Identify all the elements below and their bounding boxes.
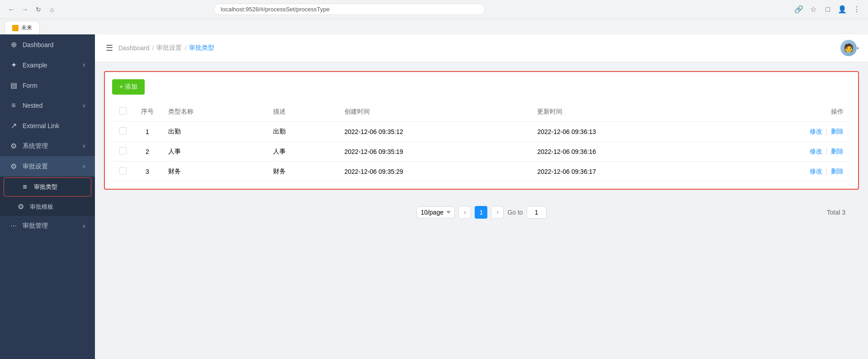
approval-settings-arrow: ∧ [82, 163, 86, 169]
pagination-wrapper: 10/page 20/page 50/page ‹ 1 › Go to Tota… [104, 190, 859, 235]
address-bar[interactable]: localhost:9528/#/processSet/processType [214, 4, 485, 15]
example-icon: ✦ [9, 61, 18, 69]
th-desc: 描述 [266, 102, 337, 122]
share-button[interactable]: 🔗 [793, 4, 805, 15]
row-desc-2: 财务 [266, 162, 337, 182]
prev-page-button[interactable]: ‹ [458, 206, 471, 219]
row-name-0: 出勤 [161, 122, 266, 142]
forward-button[interactable]: → [19, 4, 31, 15]
approval-type-icon: ≡ [20, 183, 29, 191]
sidebar-label-external-link: External Link [23, 122, 86, 129]
data-table: 序号 类型名称 描述 创建时间 更新时间 操作 1 出勤 出勤 2022-12-… [112, 102, 851, 182]
sidebar-item-example[interactable]: ✦ Example ∨ [0, 55, 95, 75]
row-actions-2: 修改 | 删除 [723, 162, 851, 182]
current-page-number[interactable]: 1 [475, 206, 487, 219]
avatar-dropdown-button[interactable]: ▾ [857, 46, 859, 51]
sidebar-label-dashboard: Dashboard [23, 41, 86, 48]
table-row: 2 人事 人事 2022-12-06 09:35:19 2022-12-06 0… [112, 142, 851, 162]
row-checkbox-2[interactable] [119, 167, 127, 174]
approval-mgmt-icon: ··· [9, 222, 18, 230]
main-content: ☰ Dashboard / 审批设置 / 审批类型 🧑 ▾ + 添加 [95, 34, 868, 359]
back-button[interactable]: ← [5, 4, 17, 15]
breadcrumb-sep-2: / [184, 44, 186, 52]
page-size-select[interactable]: 10/page 20/page 50/page [416, 206, 455, 218]
action-sep-0: | [826, 128, 827, 135]
page-header: ☰ Dashboard / 审批设置 / 审批类型 🧑 ▾ [95, 34, 868, 62]
sidebar-item-nested[interactable]: ≡ Nested ∨ [0, 96, 95, 115]
table-header-row: 序号 类型名称 描述 创建时间 更新时间 操作 [112, 102, 851, 122]
approval-mgmt-arrow: ∨ [82, 223, 86, 229]
sidebar-label-approval-settings: 审批设置 [23, 163, 78, 171]
bookmark-button[interactable]: ☆ [807, 4, 819, 15]
tab-bar: 未来 [0, 19, 868, 34]
sidebar-item-approval-template[interactable]: ⚙ 审批模板 [0, 197, 95, 216]
breadcrumb-current: 审批类型 [189, 44, 214, 52]
tab-title: 未来 [21, 24, 32, 32]
goto-label: Go to [507, 209, 523, 216]
approval-settings-icon: ⚙ [9, 162, 18, 171]
row-actions-0: 修改 | 删除 [723, 122, 851, 142]
profile-button[interactable]: 👤 [836, 4, 848, 15]
row-created-2: 2022-12-06 09:35:29 [337, 162, 530, 182]
menu-button[interactable]: ⋮ [851, 4, 863, 15]
sidebar-label-system-mgmt: 系统管理 [23, 142, 78, 150]
sidebar-item-system-mgmt[interactable]: ⚙ 系统管理 ∨ [0, 136, 95, 156]
reload-button[interactable]: ↻ [33, 4, 44, 15]
address-text: localhost:9528/#/processSet/processType [221, 6, 330, 13]
row-name-1: 人事 [161, 142, 266, 162]
sidebar-item-external-link[interactable]: ↗ External Link [0, 115, 95, 136]
example-arrow: ∨ [82, 62, 86, 68]
sidebar-label-approval-mgmt: 审批管理 [23, 222, 78, 230]
row-desc-0: 出勤 [266, 122, 337, 142]
edit-button-0[interactable]: 修改 [810, 128, 822, 135]
browser-tab[interactable]: 未来 [5, 21, 40, 34]
sidebar-item-form[interactable]: ▤ Form [0, 75, 95, 96]
delete-button-2[interactable]: 删除 [831, 168, 844, 175]
next-page-button[interactable]: › [491, 206, 504, 219]
nested-icon: ≡ [9, 101, 18, 110]
total-label: Total 3 [827, 209, 845, 216]
row-checkbox-0[interactable] [119, 127, 127, 134]
window-button[interactable]: □ [822, 4, 834, 15]
delete-button-1[interactable]: 删除 [831, 148, 844, 155]
sidebar-sub-approval-settings: ≡ 审批类型 ⚙ 审批模板 [0, 177, 95, 216]
home-button[interactable]: ⌂ [46, 4, 58, 15]
row-seq-1: 2 [134, 142, 161, 162]
sidebar-item-approval-settings[interactable]: ⚙ 审批设置 ∧ [0, 156, 95, 177]
sidebar-item-approval-mgmt[interactable]: ··· 审批管理 ∨ [0, 216, 95, 236]
add-button[interactable]: + 添加 [112, 79, 145, 95]
goto-input[interactable] [527, 206, 547, 219]
edit-button-2[interactable]: 修改 [810, 168, 822, 175]
row-checkbox-1[interactable] [119, 147, 127, 154]
sidebar-item-dashboard[interactable]: ⊕ Dashboard [0, 34, 95, 55]
header-checkbox[interactable] [119, 107, 127, 115]
app-layout: ⊕ Dashboard ✦ Example ∨ ▤ Form ≡ Nested … [0, 34, 868, 359]
row-seq-0: 1 [134, 122, 161, 142]
form-icon: ▤ [9, 81, 18, 90]
menu-toggle-button[interactable]: ☰ [104, 41, 115, 55]
sidebar-item-approval-type[interactable]: ≡ 审批类型 [4, 177, 91, 196]
action-sep-1: | [826, 148, 827, 155]
table-container: + 添加 序号 类型名称 描述 创建时间 更新时间 操作 [104, 71, 859, 190]
sidebar-label-nested: Nested [23, 102, 78, 109]
th-type-name: 类型名称 [161, 102, 266, 122]
edit-button-1[interactable]: 修改 [810, 148, 822, 155]
avatar[interactable]: 🧑 [840, 40, 857, 56]
th-updated: 更新时间 [530, 102, 723, 122]
row-name-2: 财务 [161, 162, 266, 182]
header-right: 🧑 ▾ [840, 40, 859, 56]
breadcrumb-dashboard[interactable]: Dashboard [118, 44, 150, 52]
breadcrumb-approval-settings[interactable]: 审批设置 [156, 44, 182, 52]
browser-actions: 🔗 ☆ □ 👤 ⋮ [793, 4, 863, 15]
row-seq-2: 3 [134, 162, 161, 182]
system-mgmt-arrow: ∨ [82, 143, 86, 149]
table-row: 3 财务 财务 2022-12-06 09:35:29 2022-12-06 0… [112, 162, 851, 182]
sidebar: ⊕ Dashboard ✦ Example ∨ ▤ Form ≡ Nested … [0, 34, 95, 359]
sidebar-label-approval-template: 审批模板 [30, 203, 86, 211]
th-actions: 操作 [723, 102, 851, 122]
sidebar-label-approval-type: 审批类型 [34, 183, 82, 191]
delete-button-0[interactable]: 删除 [831, 128, 844, 135]
row-updated-2: 2022-12-06 09:36:17 [530, 162, 723, 182]
header-left: ☰ Dashboard / 审批设置 / 审批类型 [104, 41, 214, 55]
breadcrumb: Dashboard / 审批设置 / 审批类型 [118, 44, 214, 52]
